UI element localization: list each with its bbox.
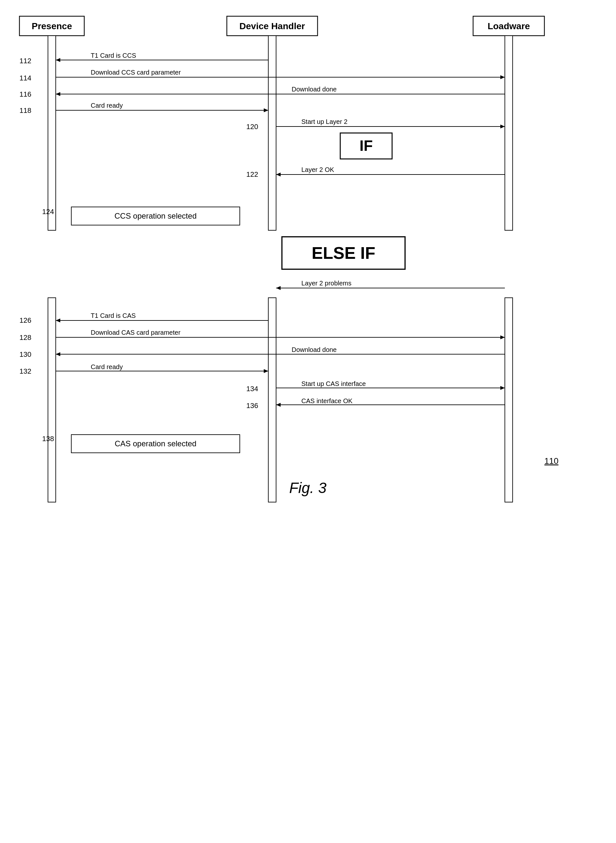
svg-marker-62 — [264, 369, 268, 373]
svg-text:IF: IF — [360, 137, 373, 154]
svg-text:ELSE IF: ELSE IF — [312, 244, 375, 262]
svg-marker-54 — [500, 335, 505, 339]
diagram-container: Presence Device Handler Loadware 112 T1 … — [0, 0, 616, 794]
svg-text:Layer 2 problems: Layer 2 problems — [301, 280, 352, 287]
svg-marker-43 — [276, 286, 281, 290]
svg-text:Layer 2 OK: Layer 2 OK — [301, 166, 334, 173]
svg-marker-16 — [500, 75, 505, 79]
diagram-svg: Presence Device Handler Loadware 112 T1 … — [0, 0, 616, 827]
svg-rect-45 — [268, 298, 276, 502]
svg-text:Download CCS card parameter: Download CCS card parameter — [91, 69, 181, 76]
svg-text:134: 134 — [246, 385, 258, 393]
svg-marker-34 — [276, 172, 281, 177]
svg-text:126: 126 — [19, 316, 31, 324]
svg-rect-44 — [48, 298, 56, 502]
svg-rect-46 — [505, 298, 513, 502]
svg-text:Card ready: Card ready — [91, 363, 123, 371]
svg-text:124: 124 — [42, 207, 54, 216]
svg-rect-8 — [505, 36, 513, 230]
svg-text:Presence: Presence — [32, 21, 72, 31]
svg-text:122: 122 — [246, 170, 258, 178]
svg-text:112: 112 — [19, 57, 31, 65]
svg-marker-70 — [276, 403, 281, 407]
svg-text:114: 114 — [19, 74, 31, 82]
svg-rect-7 — [268, 36, 276, 230]
svg-text:Fig. 3: Fig. 3 — [289, 480, 326, 496]
svg-text:CAS interface OK: CAS interface OK — [301, 397, 353, 405]
svg-text:T1 Card is CAS: T1 Card is CAS — [91, 312, 136, 319]
svg-rect-6 — [48, 36, 56, 230]
svg-text:118: 118 — [19, 106, 31, 115]
svg-marker-58 — [56, 352, 60, 356]
svg-text:T1 Card is CCS: T1 Card is CCS — [91, 52, 136, 59]
svg-text:Download done: Download done — [292, 346, 337, 353]
svg-text:132: 132 — [19, 367, 31, 375]
svg-text:110: 110 — [544, 456, 558, 466]
svg-marker-28 — [500, 125, 505, 128]
svg-text:CCS operation selected: CCS operation selected — [114, 212, 197, 220]
svg-text:Start up CAS interface: Start up CAS interface — [301, 380, 366, 387]
svg-text:Device Handler: Device Handler — [239, 21, 305, 31]
svg-marker-20 — [56, 92, 60, 96]
svg-marker-24 — [264, 108, 268, 112]
svg-text:Card ready: Card ready — [91, 102, 123, 109]
svg-text:Loadware: Loadware — [488, 21, 530, 31]
svg-text:CAS operation selected: CAS operation selected — [115, 439, 197, 448]
svg-text:116: 116 — [19, 90, 31, 98]
svg-text:128: 128 — [19, 334, 31, 341]
svg-marker-50 — [56, 319, 60, 322]
svg-text:120: 120 — [246, 123, 258, 131]
svg-text:Download done: Download done — [292, 85, 337, 93]
svg-text:138: 138 — [42, 435, 54, 443]
svg-text:136: 136 — [246, 402, 258, 410]
svg-marker-66 — [500, 386, 505, 390]
svg-text:Start up Layer 2: Start up Layer 2 — [301, 118, 348, 125]
svg-text:130: 130 — [19, 350, 31, 358]
svg-text:Download CAS card parameter: Download CAS card parameter — [91, 329, 180, 336]
svg-marker-12 — [56, 58, 60, 62]
